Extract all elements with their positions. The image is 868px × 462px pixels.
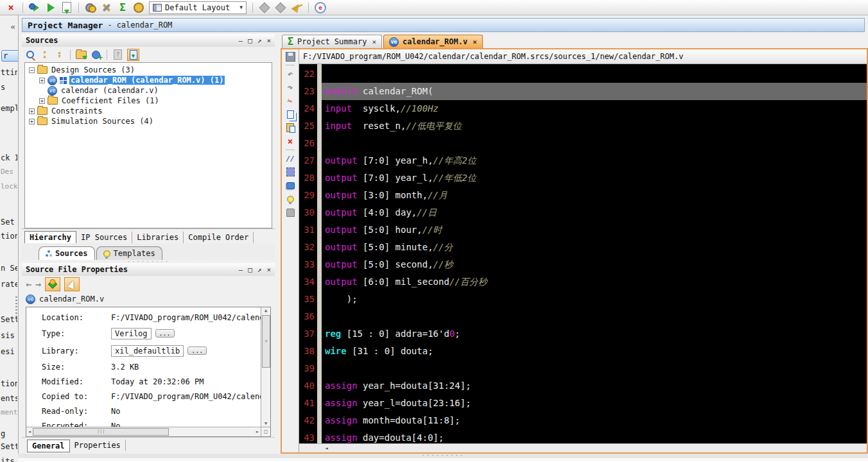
- scrollbar-thumb[interactable]: ≡: [262, 315, 270, 368]
- scroll-to-selected-icon[interactable]: ▼: [127, 49, 139, 61]
- code-line[interactable]: 40assign year_h=douta[31:24];: [299, 377, 867, 395]
- flow-nav-item-fragment[interactable]: Set: [1, 218, 17, 227]
- flow-nav-item-fragment[interactable]: esi: [1, 347, 17, 356]
- scroll-left-icon[interactable]: ◄: [325, 445, 328, 451]
- layout-select[interactable]: Default Layout ▼: [149, 1, 247, 14]
- scroll-right-icon[interactable]: ►: [254, 429, 261, 434]
- code-line[interactable]: 43assign day=douta[4:0];: [299, 429, 867, 443]
- cut-icon[interactable]: ✂: [284, 94, 297, 108]
- ellipsis-button[interactable]: ...: [155, 329, 175, 338]
- editor-hscroll[interactable]: ◄: [299, 443, 867, 452]
- settings-gears-icon[interactable]: [85, 2, 96, 13]
- tools-icon[interactable]: [101, 2, 112, 13]
- tree-item-coefficient-files[interactable]: +Coefficient Files (1): [25, 96, 272, 106]
- ellipsis-button[interactable]: ...: [187, 346, 207, 355]
- expander-icon[interactable]: +: [39, 78, 45, 83]
- flow-nav-item-fragment[interactable]: rate: [1, 280, 17, 289]
- flow-nav-item-fragment[interactable]: Sett: [1, 442, 17, 451]
- tree-item-constraints[interactable]: +Constraints: [25, 106, 272, 116]
- code-line[interactable]: 25input reset_n,//低电平复位: [299, 117, 867, 135]
- comment-icon[interactable]: //: [285, 153, 295, 164]
- close-tab-icon[interactable]: ×: [473, 38, 477, 46]
- flow-nav-item-fragment[interactable]: r: [1, 50, 19, 62]
- tree-item-calendar-rom[interactable]: +vecalendar_ROM (calendar_ROM.v) (1): [25, 75, 272, 85]
- scroll-up-icon[interactable]: ▲: [261, 308, 270, 313]
- flow-nav-item-fragment[interactable]: ck I: [1, 153, 17, 162]
- code-line[interactable]: 35 );: [299, 291, 867, 308]
- delete-icon[interactable]: ×: [285, 136, 295, 146]
- flow-nav-item-fragment[interactable]: tion: [1, 379, 17, 388]
- flow-nav-item-fragment[interactable]: Des: [1, 167, 17, 176]
- flow-nav-item-fragment[interactable]: empl: [1, 104, 17, 113]
- minimize-button[interactable]: –: [239, 37, 243, 45]
- expander-icon[interactable]: +: [39, 98, 45, 104]
- scrollbar-thumb[interactable]: |||: [33, 428, 169, 436]
- collapse-chevron-icon[interactable]: «: [10, 22, 15, 31]
- maximize-button[interactable]: □: [248, 266, 252, 274]
- add-sources-icon[interactable]: [91, 49, 101, 60]
- flow-nav-item-fragment[interactable]: its: [1, 457, 17, 462]
- tab-general[interactable]: General: [27, 440, 70, 452]
- feedback-icon[interactable]: e: [315, 2, 326, 13]
- maximize-button[interactable]: □: [248, 37, 252, 45]
- property-value-input[interactable]: xil_defaultlib: [111, 345, 184, 357]
- property-value-input[interactable]: Verilog: [111, 328, 152, 339]
- highlight-block-icon[interactable]: [285, 167, 295, 177]
- tab-templates[interactable]: Templates: [96, 246, 162, 260]
- vertical-scrollbar[interactable]: ▲ ≡ ▼: [261, 307, 270, 427]
- code-line[interactable]: 29output [3:0] month,//月: [299, 187, 867, 204]
- tree-item-design-sources[interactable]: −Design Sources (3): [25, 65, 272, 75]
- horizontal-scrollbar[interactable]: ◄ ||| ►: [26, 427, 261, 436]
- scroll-left-icon[interactable]: ◄: [26, 429, 33, 434]
- search-icon[interactable]: [24, 49, 35, 60]
- flow-nav-item-fragment[interactable]: g: [1, 429, 17, 438]
- code-line[interactable]: 31output [5:0] hour,//时: [299, 221, 867, 239]
- code-line[interactable]: 26: [299, 135, 867, 152]
- code-line[interactable]: 33output [5:0] second,//秒: [299, 256, 867, 273]
- flow-nav-item-fragment[interactable]: tion: [1, 232, 17, 241]
- flow-nav-item-fragment[interactable]: ment: [1, 408, 17, 416]
- close-tab-icon[interactable]: ×: [372, 38, 376, 46]
- float-button[interactable]: ↗: [257, 37, 262, 45]
- minimize-button[interactable]: –: [239, 266, 243, 274]
- code-line[interactable]: 42assign month=douta[11:8];: [299, 412, 867, 429]
- tab-project-summary[interactable]: Σ Project Summary ×: [282, 35, 382, 48]
- select-pointer-icon[interactable]: [64, 277, 80, 291]
- code-line[interactable]: 39: [299, 360, 867, 377]
- tab-libraries[interactable]: Libraries: [132, 232, 184, 243]
- project-summary-sigma-icon[interactable]: Σ: [117, 2, 128, 13]
- strip-splitter[interactable]: [15, 296, 17, 320]
- expander-icon[interactable]: +: [29, 119, 35, 124]
- tree-item-simulation-sources[interactable]: +Simulation Sources (4): [25, 116, 272, 126]
- close-button[interactable]: ×: [266, 266, 271, 274]
- flow-nav-item-fragment[interactable]: ents: [1, 394, 17, 403]
- expander-icon[interactable]: −: [29, 67, 35, 73]
- run-icon[interactable]: [29, 2, 40, 13]
- close-button[interactable]: ×: [266, 37, 271, 45]
- code-line[interactable]: 22: [299, 65, 867, 83]
- code-line[interactable]: 41assign year_l=douta[23:16];: [299, 395, 867, 412]
- copy-icon[interactable]: [285, 109, 295, 119]
- code-line[interactable]: 27output [7:0] year_h,//年高2位: [299, 152, 867, 169]
- code-line[interactable]: 24input sysclk,//100Hz: [299, 100, 867, 117]
- bottom-splitter[interactable]: ·········: [18, 454, 868, 458]
- pointer-slash-icon[interactable]: [291, 2, 302, 13]
- lightbulb-icon[interactable]: [285, 194, 295, 204]
- scroll-down-icon[interactable]: ▼: [261, 421, 270, 426]
- float-button[interactable]: ↗: [257, 266, 262, 274]
- find-icon[interactable]: [285, 180, 295, 191]
- tab-hierarchy[interactable]: Hierarchy: [24, 231, 76, 244]
- code-line[interactable]: 34output [6:0] mil_second//百分秒: [299, 273, 867, 291]
- tab-ip-sources[interactable]: IP Sources: [76, 232, 132, 243]
- code-line[interactable]: 28output [7:0] year_l,//年低2位: [299, 169, 867, 187]
- flow-nav-item-fragment[interactable]: lock: [1, 182, 17, 191]
- tab-calendar-rom-v[interactable]: ve calendar_ROM.v ×: [383, 35, 483, 48]
- code-line[interactable]: 32output [5:0] minute,//分: [299, 239, 867, 256]
- close-icon[interactable]: ×: [5, 2, 17, 13]
- tab-sources[interactable]: Sources: [39, 246, 95, 260]
- open-folder-icon[interactable]: [76, 49, 87, 60]
- resize-corner[interactable]: □: [261, 427, 270, 436]
- save-icon[interactable]: [285, 51, 295, 62]
- expander-icon[interactable]: +: [29, 108, 35, 114]
- forward-arrow-icon[interactable]: →: [35, 278, 41, 290]
